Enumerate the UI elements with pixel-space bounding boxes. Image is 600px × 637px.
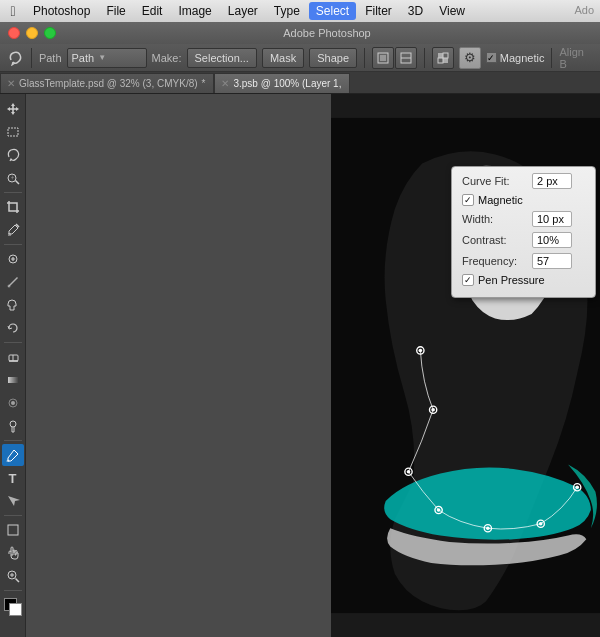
- menu-filter[interactable]: Filter: [358, 2, 399, 20]
- quick-select-tool[interactable]: [2, 167, 24, 189]
- tab-glasstpl-close-icon[interactable]: ✕: [7, 78, 15, 89]
- svg-rect-1: [380, 55, 386, 61]
- svg-point-12: [7, 285, 10, 288]
- magnetic-panel-checkbox[interactable]: ✓: [462, 194, 474, 206]
- tab-3psb-close-icon[interactable]: ✕: [221, 78, 229, 89]
- svg-rect-21: [8, 525, 18, 535]
- curve-fit-row: Curve Fit: 2 px: [462, 173, 585, 189]
- tab-glasstpl[interactable]: ✕ GlassTemplate.psd @ 32% (3, CMYK/8) *: [0, 73, 214, 93]
- svg-point-20: [6, 460, 9, 463]
- stamp-tool[interactable]: [2, 294, 24, 316]
- frequency-row: Frequency: 57: [462, 253, 585, 269]
- selection-button[interactable]: Selection...: [187, 48, 257, 68]
- tab-3psb[interactable]: ✕ 3.psb @ 100% (Layer 1,: [214, 73, 350, 93]
- type-tool[interactable]: T: [2, 467, 24, 489]
- frequency-value[interactable]: 57: [532, 253, 572, 269]
- eyedropper-tool[interactable]: [2, 219, 24, 241]
- tool-separator-5: [4, 515, 22, 516]
- svg-rect-4: [438, 53, 443, 58]
- magnetic-checkbox-group[interactable]: ✓ Magnetic: [486, 52, 545, 64]
- foreground-background-colors[interactable]: [2, 596, 24, 618]
- tab-3psb-label: 3.psb @ 100% (Layer 1,: [233, 78, 341, 89]
- toolbar: T: [0, 94, 26, 637]
- magnetic-text: Magnetic: [500, 52, 545, 64]
- tab-glasstpl-label: GlassTemplate.psd @ 32% (3, CMYK/8): [19, 78, 198, 89]
- crop-tool[interactable]: [2, 196, 24, 218]
- menu-photoshop[interactable]: Photoshop: [26, 2, 97, 20]
- curve-fit-label: Curve Fit:: [462, 175, 532, 187]
- menu-3d[interactable]: 3D: [401, 2, 430, 20]
- width-row: Width: 10 px: [462, 211, 585, 227]
- magnetic-row: ✓ Magnetic: [462, 194, 585, 206]
- move-tool[interactable]: [2, 98, 24, 120]
- mask-button[interactable]: Mask: [262, 48, 304, 68]
- transform-icon-1[interactable]: [372, 47, 394, 69]
- lasso-tool-icon: [6, 49, 24, 67]
- tool-separator-6: [4, 590, 22, 591]
- app-name-right: Ado: [574, 4, 594, 16]
- svg-rect-5: [443, 53, 448, 58]
- pen-pressure-checkbox[interactable]: ✓: [462, 274, 474, 286]
- curve-fit-value[interactable]: 2 px: [532, 173, 572, 189]
- type-icon: T: [9, 471, 17, 486]
- svg-rect-8: [8, 128, 18, 136]
- svg-rect-10: [8, 233, 11, 236]
- pen-tool[interactable]: [2, 444, 24, 466]
- magnetic-checkbox[interactable]: ✓: [486, 52, 497, 63]
- menu-file[interactable]: File: [99, 2, 132, 20]
- tab-glasstpl-modified: *: [202, 78, 206, 89]
- divider-1: [31, 48, 32, 68]
- width-value[interactable]: 10 px: [532, 211, 572, 227]
- menu-bar:  Photoshop File Edit Image Layer Type S…: [0, 0, 600, 22]
- options-bar: Path Path ▼ Make: Selection... Mask Shap…: [0, 44, 600, 72]
- brush-tool[interactable]: [2, 271, 24, 293]
- zoom-tool[interactable]: [2, 565, 24, 587]
- float-options-panel: Curve Fit: 2 px ✓ Magnetic Width: 10 px …: [451, 166, 596, 298]
- maximize-window-button[interactable]: [44, 27, 56, 39]
- path-selection-tool[interactable]: [2, 490, 24, 512]
- background-color[interactable]: [9, 603, 22, 616]
- tool-separator-2: [4, 244, 22, 245]
- title-bar: Adobe Photoshop Ado: [0, 22, 600, 44]
- make-label: Make:: [152, 52, 182, 64]
- contrast-value[interactable]: 10%: [532, 232, 572, 248]
- menu-layer[interactable]: Layer: [221, 2, 265, 20]
- blur-tool[interactable]: [2, 392, 24, 414]
- align-edge-label: Align B: [559, 46, 594, 70]
- divider-3: [424, 48, 425, 68]
- transform-icon-2[interactable]: [395, 47, 417, 69]
- main-area: T: [0, 94, 600, 637]
- history-brush-tool[interactable]: [2, 317, 24, 339]
- gradient-tool[interactable]: [2, 369, 24, 391]
- options-icon-1[interactable]: [432, 47, 454, 69]
- hand-tool[interactable]: [2, 542, 24, 564]
- transform-icons: [372, 47, 417, 69]
- healing-brush-tool[interactable]: [2, 248, 24, 270]
- shape-button[interactable]: Shape: [309, 48, 357, 68]
- contrast-row: Contrast: 10%: [462, 232, 585, 248]
- svg-rect-16: [8, 377, 18, 383]
- svg-rect-6: [438, 58, 443, 63]
- menu-edit[interactable]: Edit: [135, 2, 170, 20]
- svg-point-19: [10, 421, 16, 427]
- width-label: Width:: [462, 213, 532, 225]
- eraser-tool[interactable]: [2, 346, 24, 368]
- menu-select[interactable]: Select: [309, 2, 356, 20]
- pen-pressure-label: Pen Pressure: [478, 274, 545, 286]
- apple-logo-icon[interactable]: : [4, 2, 22, 20]
- magnetic-panel-label: Magnetic: [478, 194, 523, 206]
- dodge-tool[interactable]: [2, 415, 24, 437]
- lasso-tool[interactable]: [2, 144, 24, 166]
- frequency-label: Frequency:: [462, 255, 532, 267]
- minimize-window-button[interactable]: [26, 27, 38, 39]
- close-window-button[interactable]: [8, 27, 20, 39]
- path-label: Path: [39, 52, 62, 64]
- shape-tool[interactable]: [2, 519, 24, 541]
- menu-type[interactable]: Type: [267, 2, 307, 20]
- canvas-left[interactable]: [26, 94, 331, 637]
- menu-view[interactable]: View: [432, 2, 472, 20]
- menu-image[interactable]: Image: [171, 2, 218, 20]
- marquee-rect-tool[interactable]: [2, 121, 24, 143]
- gear-icon[interactable]: ⚙: [459, 47, 481, 69]
- path-dropdown[interactable]: Path ▼: [67, 48, 147, 68]
